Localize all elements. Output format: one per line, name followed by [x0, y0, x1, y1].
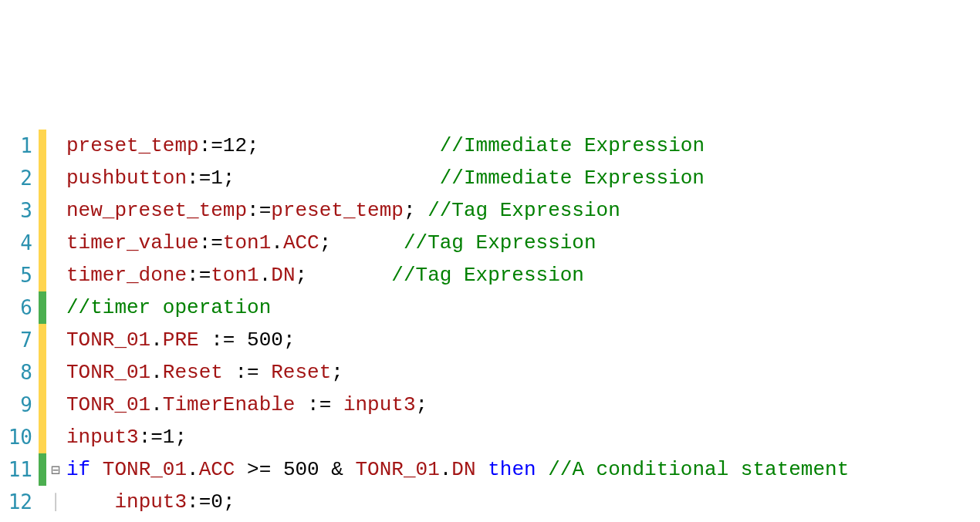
change-marker [39, 421, 46, 453]
token: := [199, 134, 223, 157]
token: ton1 [223, 231, 271, 254]
token: := [199, 231, 223, 254]
fold-gutter: └ [46, 518, 65, 522]
token: //timer operation [66, 296, 271, 319]
code-line[interactable]: 8TONR_01.Reset := Reset; [0, 356, 980, 389]
token: input3 [114, 490, 187, 514]
code-line[interactable]: 11⊟if TONR_01.ACC >= 500 & TONR_01.DN th… [0, 453, 980, 486]
code-line[interactable]: 1preset_temp:=12; //Immediate Expression [0, 130, 980, 162]
token: timer_value [66, 231, 199, 254]
token: := [223, 361, 271, 384]
token: ; [319, 231, 332, 254]
token: ; [331, 361, 343, 384]
line-number: 11 [0, 453, 39, 486]
token: ; [404, 199, 416, 222]
code-line[interactable]: 6//timer operation [0, 291, 980, 324]
code-content[interactable]: TONR_01.TimerEnable := input3; [65, 389, 427, 421]
code-content[interactable]: new_preset_temp:=preset_temp; //Tag Expr… [65, 194, 620, 227]
token [307, 264, 391, 287]
token: then [488, 458, 536, 481]
token: . [259, 264, 272, 287]
fold-gutter [46, 421, 65, 453]
change-marker [39, 259, 46, 291]
token: input3 [66, 426, 139, 449]
fold-gutter [46, 259, 65, 291]
line-number: 3 [0, 194, 39, 227]
code-line[interactable]: 9TONR_01.TimerEnable := input3; [0, 389, 980, 421]
token: & [319, 458, 356, 481]
token: PRE [163, 328, 199, 352]
token: 500 [283, 458, 319, 481]
token: //Tag Expression [427, 199, 620, 222]
token: //A conditional statement [548, 458, 849, 481]
token: . [150, 361, 163, 384]
token: 500 [247, 328, 283, 352]
code-editor[interactable]: 1preset_temp:=12; //Immediate Expression… [0, 130, 980, 522]
line-number: 1 [0, 130, 39, 162]
token [259, 134, 440, 157]
token: . [150, 393, 163, 416]
token: := [187, 264, 211, 287]
change-marker [39, 486, 46, 518]
code-content[interactable]: TONR_01.PRE := 500; [65, 324, 295, 356]
token: >= [235, 458, 282, 481]
token [416, 199, 428, 222]
token: //Immediate Expression [440, 167, 705, 190]
token: 1 [211, 167, 223, 190]
token [235, 167, 439, 190]
change-marker [39, 227, 46, 259]
code-content[interactable]: timer_value:=ton1.ACC; //Tag Expression [65, 227, 596, 259]
token: ; [223, 167, 235, 190]
token: if [66, 458, 90, 481]
code-content[interactable]: //timer operation [65, 291, 271, 324]
token: TONR_01 [356, 458, 440, 481]
fold-gutter [46, 194, 65, 227]
token: ; [283, 328, 296, 352]
change-marker [39, 162, 46, 194]
line-number: 8 [0, 356, 39, 389]
token: TONR_01 [66, 328, 150, 352]
token: . [271, 231, 283, 254]
token: := [187, 490, 211, 514]
token: ; [416, 393, 428, 416]
code-content[interactable]: timer_done:=ton1.DN; //Tag Expression [65, 259, 584, 291]
code-content[interactable]: preset_temp:=12; //Immediate Expression [65, 130, 705, 162]
token [331, 231, 404, 254]
token: input3 [343, 393, 416, 416]
code-content[interactable]: pushbutton:=1; //Immediate Expression [65, 162, 705, 194]
token: . [187, 458, 199, 481]
token: := [139, 426, 163, 449]
token: new_preset_temp [66, 199, 247, 222]
token [476, 458, 488, 481]
code-line[interactable]: 4timer_value:=ton1.ACC; //Tag Expression [0, 227, 980, 259]
token: 12 [223, 134, 247, 157]
code-line[interactable]: 12│ input3:=0; [0, 486, 980, 518]
code-content[interactable]: if TONR_01.ACC >= 500 & TONR_01.DN then … [65, 453, 849, 486]
code-line[interactable]: 5timer_done:=ton1.DN; //Tag Expression [0, 259, 980, 291]
token [66, 490, 114, 514]
code-content[interactable]: input3:=1; [65, 421, 187, 453]
token: //Immediate Expression [440, 134, 705, 157]
token: ; [223, 490, 235, 514]
code-line[interactable]: 3new_preset_temp:=preset_temp; //Tag Exp… [0, 194, 980, 227]
token: TONR_01 [103, 458, 187, 481]
token: . [150, 328, 163, 352]
code-content[interactable]: end_if; [65, 518, 150, 522]
fold-toggle-icon[interactable]: ⊟ [46, 453, 65, 486]
token: := [295, 393, 343, 416]
fold-gutter [46, 356, 65, 389]
fold-gutter [46, 324, 65, 356]
fold-gutter: │ [46, 486, 65, 518]
token: preset_temp [271, 199, 404, 222]
code-line[interactable]: 10input3:=1; [0, 421, 980, 453]
code-content[interactable]: TONR_01.Reset := Reset; [65, 356, 343, 389]
code-line[interactable]: 13└end_if; [0, 518, 980, 522]
line-number: 13 [0, 518, 39, 522]
token: TONR_01 [66, 361, 150, 384]
token: ton1 [211, 264, 259, 287]
code-content[interactable]: input3:=0; [65, 486, 235, 518]
code-line[interactable]: 7TONR_01.PRE := 500; [0, 324, 980, 356]
token: Reset [163, 361, 223, 384]
code-line[interactable]: 2pushbutton:=1; //Immediate Expression [0, 162, 980, 194]
line-number: 2 [0, 162, 39, 194]
